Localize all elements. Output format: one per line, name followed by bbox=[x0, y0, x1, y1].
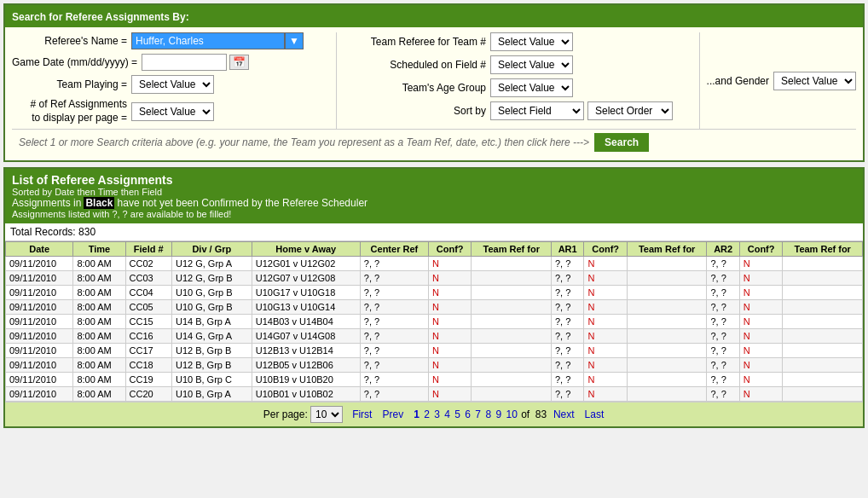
scheduled-field-select[interactable]: Select Value bbox=[490, 55, 573, 74]
gender-select[interactable]: Select Value bbox=[773, 72, 856, 90]
page-link[interactable]: 2 bbox=[424, 408, 430, 420]
criteria-row: Select 1 or more Search criteria above (… bbox=[12, 129, 856, 155]
name-dropdown-icon[interactable]: ▼ bbox=[285, 32, 304, 49]
column-header: Team Ref for bbox=[627, 242, 706, 257]
page-link[interactable]: 10 bbox=[506, 408, 517, 420]
table-cell bbox=[627, 358, 706, 373]
table-cell bbox=[783, 300, 863, 315]
table-cell: U12G01 v U12G02 bbox=[252, 257, 360, 271]
table-row: 09/11/20108:00 AMCC20U10 B, Grp AU10B01 … bbox=[6, 387, 863, 402]
team-playing-label: Team Playing = bbox=[12, 78, 131, 90]
table-cell: N bbox=[739, 286, 783, 300]
column-header: AR1 bbox=[551, 242, 583, 257]
table-cell: N bbox=[584, 344, 628, 358]
table-cell: U12B13 v U12B14 bbox=[252, 344, 360, 358]
table-cell: ?, ? bbox=[360, 373, 428, 387]
search-header: Search for Referee Assignments By: bbox=[5, 5, 863, 27]
table-cell bbox=[783, 373, 863, 387]
last-link[interactable]: Last bbox=[585, 408, 605, 420]
table-cell: U10G13 v U10G14 bbox=[252, 300, 360, 315]
per-page-select[interactable]: 102550 bbox=[310, 406, 343, 423]
table-cell: N bbox=[739, 257, 783, 271]
page-link[interactable]: 6 bbox=[465, 408, 471, 420]
black-highlight: Black bbox=[84, 197, 114, 209]
question-note: Assignments listed with ?, ? are availab… bbox=[12, 209, 856, 219]
table-cell: N bbox=[739, 271, 783, 286]
table-cell bbox=[472, 358, 551, 373]
sort-order-select[interactable]: Select Order bbox=[587, 101, 673, 120]
page-link[interactable]: 1 bbox=[414, 408, 420, 420]
table-cell: ?, ? bbox=[551, 286, 583, 300]
total-pages: 83 bbox=[535, 408, 547, 420]
table-cell: N bbox=[428, 315, 472, 329]
table-cell: 8:00 AM bbox=[73, 344, 125, 358]
table-cell bbox=[783, 257, 863, 271]
table-cell: ?, ? bbox=[360, 329, 428, 344]
page-link[interactable]: 7 bbox=[475, 408, 481, 420]
column-header: Conf? bbox=[428, 242, 472, 257]
team-referee-row: Team Referee for Team # Select Value bbox=[345, 32, 699, 51]
team-referee-select[interactable]: Select Value bbox=[490, 32, 573, 51]
gender-section: ...and Gender Select Value bbox=[699, 32, 856, 129]
and-gender-label: ...and Gender bbox=[707, 75, 769, 87]
first-link[interactable]: First bbox=[352, 408, 372, 420]
data-table: DateTimeField #Div / GrpHome v AwayCente… bbox=[5, 241, 863, 402]
table-cell: 8:00 AM bbox=[73, 286, 125, 300]
table-cell: CC04 bbox=[125, 286, 171, 300]
table-cell: ?, ? bbox=[707, 387, 739, 402]
table-cell: ?, ? bbox=[707, 329, 739, 344]
table-cell: ?, ? bbox=[360, 358, 428, 373]
column-header: Home v Away bbox=[252, 242, 360, 257]
table-cell: ?, ? bbox=[551, 315, 583, 329]
ref-assignments-label: # of Ref Assignments to display per page… bbox=[12, 98, 131, 124]
table-cell: CC16 bbox=[125, 329, 171, 344]
prev-link[interactable]: Prev bbox=[382, 408, 403, 420]
table-cell bbox=[627, 257, 706, 271]
table-cell: ?, ? bbox=[707, 286, 739, 300]
calendar-button[interactable]: 📅 bbox=[229, 55, 249, 70]
not-confirmed: have not yet been Confirmed by the Refer… bbox=[118, 197, 368, 209]
table-cell: N bbox=[584, 358, 628, 373]
page-link[interactable]: 8 bbox=[485, 408, 491, 420]
table-cell: 8:00 AM bbox=[73, 271, 125, 286]
referees-name-input[interactable] bbox=[131, 32, 285, 49]
table-cell: N bbox=[739, 300, 783, 315]
table-cell: N bbox=[428, 257, 472, 271]
table-cell bbox=[627, 387, 706, 402]
table-cell bbox=[472, 271, 551, 286]
next-link[interactable]: Next bbox=[553, 408, 575, 420]
table-cell: 8:00 AM bbox=[73, 315, 125, 329]
table-cell: U12 G, Grp B bbox=[171, 271, 252, 286]
sort-field-select[interactable]: Select Field bbox=[490, 101, 584, 120]
table-cell: ?, ? bbox=[707, 257, 739, 271]
table-cell bbox=[627, 271, 706, 286]
ref-assignments-row: # of Ref Assignments to display per page… bbox=[12, 98, 336, 124]
table-cell bbox=[627, 329, 706, 344]
age-group-select[interactable]: Select Value bbox=[490, 78, 573, 97]
page-link[interactable]: 3 bbox=[434, 408, 440, 420]
page-link[interactable]: 5 bbox=[454, 408, 460, 420]
table-cell: U14 B, Grp A bbox=[171, 315, 252, 329]
table-cell bbox=[472, 373, 551, 387]
game-date-row: Game Date (mm/dd/yyyy) = 📅 bbox=[12, 54, 336, 71]
table-cell: CC15 bbox=[125, 315, 171, 329]
table-cell: N bbox=[584, 271, 628, 286]
page-links: 1 2 3 4 5 6 7 8 9 10 bbox=[413, 408, 521, 420]
page-link[interactable]: 9 bbox=[495, 408, 501, 420]
table-cell: 09/11/2010 bbox=[6, 373, 73, 387]
table-cell: 09/11/2010 bbox=[6, 300, 73, 315]
table-cell bbox=[783, 286, 863, 300]
page-link[interactable]: 4 bbox=[444, 408, 450, 420]
table-cell: U10B19 v U10B20 bbox=[252, 373, 360, 387]
table-row: 09/11/20108:00 AMCC03U12 G, Grp BU12G07 … bbox=[6, 271, 863, 286]
table-cell bbox=[783, 387, 863, 402]
team-playing-select[interactable]: Select Value bbox=[131, 75, 214, 94]
table-row: 09/11/20108:00 AMCC19U10 B, Grp CU10B19 … bbox=[6, 373, 863, 387]
team-referee-label: Team Referee for Team # bbox=[345, 36, 490, 48]
ref-assignments-select[interactable]: Select Value bbox=[131, 102, 214, 121]
game-date-input[interactable] bbox=[142, 54, 227, 71]
table-cell: ?, ? bbox=[707, 344, 739, 358]
table-cell: ?, ? bbox=[707, 300, 739, 315]
table-cell bbox=[472, 387, 551, 402]
search-button[interactable]: Search bbox=[594, 133, 649, 152]
